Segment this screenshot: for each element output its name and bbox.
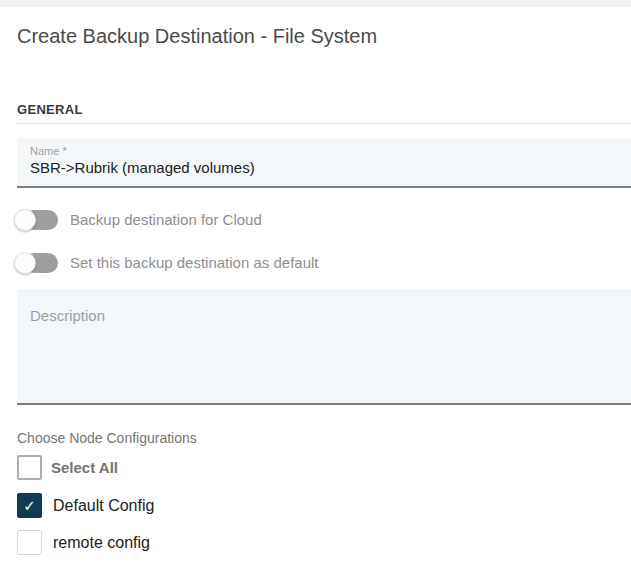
dialog-title: Create Backup Destination - File System [17,24,631,49]
default-destination-toggle[interactable] [14,252,58,274]
default-destination-toggle-label: Set this backup destination as default [70,254,319,271]
description-placeholder: Description [30,307,105,324]
section-divider [17,123,631,124]
remote-config-row: remote config [17,530,631,555]
window-top-strip [0,0,631,7]
cloud-toggle-label: Backup destination for Cloud [70,211,262,228]
toggle-knob [14,252,36,274]
select-all-checkbox[interactable] [17,455,42,480]
general-section-header: GENERAL [17,102,631,117]
default-config-checkbox[interactable]: ✓ [17,493,42,518]
name-field-value[interactable]: SBR->Rubrik (managed volumes) [30,159,631,176]
default-config-row: ✓ Default Config [17,493,631,518]
checkmark-icon: ✓ [23,498,36,513]
name-field[interactable]: Name * SBR->Rubrik (managed volumes) [17,138,631,188]
choose-node-configurations-label: Choose Node Configurations [17,430,631,446]
create-backup-destination-dialog: Create Backup Destination - File System … [0,24,631,555]
select-all-row: Select All [17,455,631,480]
remote-config-checkbox[interactable] [17,530,42,555]
description-textarea[interactable]: Description [17,289,631,405]
name-field-label: Name * [30,145,631,157]
toggle-knob [14,209,36,231]
default-destination-toggle-row: Set this backup destination as default [17,251,631,274]
remote-config-label: remote config [53,534,150,552]
cloud-toggle-row: Backup destination for Cloud [17,208,631,231]
default-config-label: Default Config [53,497,154,515]
cloud-toggle[interactable] [14,209,58,231]
select-all-label: Select All [51,459,118,476]
